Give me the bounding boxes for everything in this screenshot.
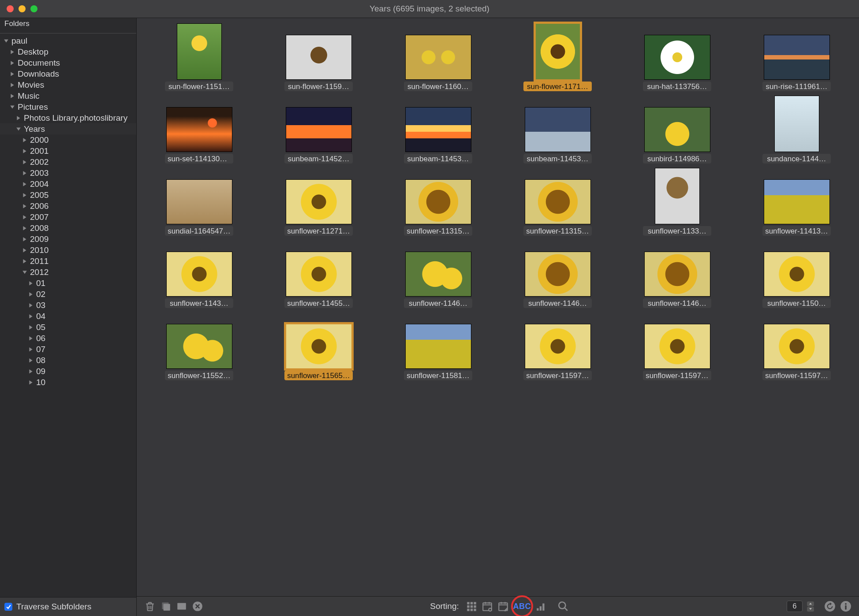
chevron-right-icon[interactable] xyxy=(28,325,34,330)
thumbnail-cell[interactable]: sunbeam-11453… xyxy=(500,96,615,163)
thumbnail-cell[interactable]: sunflower-11455… xyxy=(261,241,376,308)
chevron-right-icon[interactable] xyxy=(28,369,34,374)
thumbnail-cell[interactable]: sunbeam-11452… xyxy=(261,96,376,163)
thumbnail-image[interactable] xyxy=(655,168,700,224)
tree-item[interactable]: 2007 xyxy=(0,212,136,223)
sort-date-taken-icon[interactable] xyxy=(481,600,493,612)
thumbnail-cell[interactable]: sunflower-11413… xyxy=(739,169,854,236)
minimize-window-button[interactable] xyxy=(19,5,26,12)
thumbnail-cell[interactable]: sun-flower-1151… xyxy=(142,24,256,91)
thumbnail-cell[interactable]: sunflower-1143… xyxy=(142,241,256,308)
refresh-icon[interactable] xyxy=(824,600,836,612)
tree-item[interactable]: Photos Library.photoslibrary xyxy=(0,112,136,123)
tree-item[interactable]: 09 xyxy=(0,366,136,377)
thumbnail-cell[interactable]: sunflower-11597… xyxy=(739,313,854,380)
thumbnail-image[interactable] xyxy=(286,324,352,369)
chevron-right-icon[interactable] xyxy=(10,82,15,88)
thumbnail-cell[interactable]: sun-flower-1159… xyxy=(261,24,376,91)
traverse-subfolders-checkbox[interactable] xyxy=(4,603,12,611)
thumbnail-cell[interactable]: sunbird-114986… xyxy=(620,96,734,163)
chevron-right-icon[interactable] xyxy=(28,336,34,341)
chevron-down-icon[interactable] xyxy=(22,270,27,275)
tree-item[interactable]: 2004 xyxy=(0,178,136,189)
stepper-down-icon[interactable] xyxy=(807,607,814,612)
thumbnail-image[interactable] xyxy=(166,179,232,224)
thumbnail-image[interactable] xyxy=(525,324,591,369)
chevron-right-icon[interactable] xyxy=(22,215,27,220)
tree-item[interactable]: Desktop xyxy=(0,46,136,57)
tree-item[interactable]: 2011 xyxy=(0,256,136,267)
tree-item[interactable]: 2003 xyxy=(0,167,136,178)
thumbnail-image[interactable] xyxy=(405,324,471,369)
tree-item[interactable]: 2001 xyxy=(0,145,136,156)
zoom-window-button[interactable] xyxy=(30,5,37,12)
chevron-right-icon[interactable] xyxy=(22,137,27,143)
tree-item[interactable]: 05 xyxy=(0,322,136,333)
tree-item[interactable]: Downloads xyxy=(0,68,136,79)
thumbnail-image[interactable] xyxy=(525,252,591,297)
thumbnail-cell[interactable]: sunflower-1146… xyxy=(620,241,734,308)
chevron-right-icon[interactable] xyxy=(22,148,27,154)
cancel-icon[interactable] xyxy=(191,600,204,612)
thumbnail-image[interactable] xyxy=(764,179,830,224)
tree-item[interactable]: 06 xyxy=(0,333,136,344)
sort-name-icon[interactable]: ABC xyxy=(516,600,528,612)
thumbnail-image[interactable] xyxy=(525,107,591,152)
thumbnail-cell[interactable]: sun-flower-1160… xyxy=(381,24,495,91)
chevron-right-icon[interactable] xyxy=(22,182,27,187)
fullscreen-icon[interactable] xyxy=(176,600,188,612)
tree-item[interactable]: Movies xyxy=(0,79,136,90)
chevron-right-icon[interactable] xyxy=(22,193,27,198)
chevron-down-icon[interactable] xyxy=(10,104,15,110)
chevron-right-icon[interactable] xyxy=(10,60,15,66)
thumbnail-cell[interactable]: sun-rise-111961… xyxy=(739,24,854,91)
thumbnail-image[interactable] xyxy=(405,179,471,224)
thumbnail-cell[interactable]: sunflower-11271… xyxy=(261,169,376,236)
chevron-right-icon[interactable] xyxy=(16,115,21,121)
sort-size-icon[interactable] xyxy=(535,600,547,612)
close-window-button[interactable] xyxy=(7,5,14,12)
thumbnail-cell[interactable]: sundance-1144… xyxy=(739,96,854,163)
tree-item[interactable]: 01 xyxy=(0,278,136,289)
stepper-up-icon[interactable] xyxy=(807,601,814,606)
chevron-right-icon[interactable] xyxy=(22,160,27,165)
thumbnail-cell[interactable]: sun-hat-113756… xyxy=(620,24,734,91)
thumbnail-image[interactable] xyxy=(286,35,352,80)
thumbnail-cell[interactable]: sunflower-1150… xyxy=(739,241,854,308)
tree-item[interactable]: Music xyxy=(0,90,136,101)
thumbnail-image[interactable] xyxy=(644,107,710,152)
thumbnail-cell[interactable]: sunflower-11315… xyxy=(500,169,615,236)
stack-icon[interactable] xyxy=(160,600,172,612)
thumbnail-cell[interactable]: sunflower-11315… xyxy=(381,169,495,236)
chevron-right-icon[interactable] xyxy=(22,248,27,253)
thumbnail-image[interactable] xyxy=(764,252,830,297)
sort-grid-icon[interactable] xyxy=(465,600,478,612)
chevron-right-icon[interactable] xyxy=(22,204,27,209)
folder-tree[interactable]: paulDesktopDocumentsDownloadsMoviesMusic… xyxy=(0,33,136,597)
chevron-down-icon[interactable] xyxy=(16,126,21,132)
chevron-right-icon[interactable] xyxy=(22,237,27,242)
chevron-right-icon[interactable] xyxy=(28,292,34,297)
chevron-right-icon[interactable] xyxy=(28,358,34,363)
tree-item[interactable]: 2008 xyxy=(0,223,136,234)
thumbnail-image[interactable] xyxy=(764,35,830,80)
trash-icon[interactable] xyxy=(144,600,156,612)
thumbnail-image[interactable] xyxy=(525,179,591,224)
thumbnail-image[interactable] xyxy=(644,324,710,369)
info-icon[interactable] xyxy=(840,600,852,612)
chevron-right-icon[interactable] xyxy=(28,314,34,319)
chevron-right-icon[interactable] xyxy=(28,303,34,308)
chevron-right-icon[interactable] xyxy=(28,281,34,286)
tree-item[interactable]: 10 xyxy=(0,377,136,388)
thumbnail-image[interactable] xyxy=(286,179,352,224)
thumbnail-cell[interactable]: sunflower-11565… xyxy=(261,313,376,380)
tree-item[interactable]: 2012 xyxy=(0,267,136,278)
tree-item[interactable]: 2002 xyxy=(0,156,136,167)
thumbnail-image[interactable] xyxy=(177,23,222,80)
tree-item[interactable]: 2009 xyxy=(0,234,136,245)
thumbnail-image[interactable] xyxy=(644,252,710,297)
thumbnail-cell[interactable]: sunflower-11552… xyxy=(142,313,256,380)
thumbnail-image[interactable] xyxy=(405,107,471,152)
tree-item[interactable]: 02 xyxy=(0,289,136,300)
thumbnail-image[interactable] xyxy=(166,252,232,297)
